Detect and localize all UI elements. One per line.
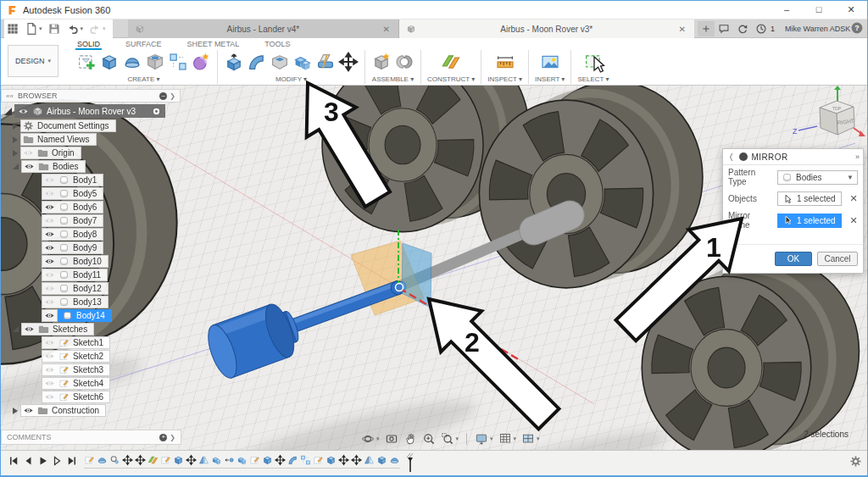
timeline-feature-combine-icon[interactable] <box>211 454 222 466</box>
maximize-button[interactable]: □ <box>803 1 835 19</box>
model-viewport[interactable]: TOP RIGHT Z «« BROWSER –❯ Airbus - Moon … <box>1 86 868 450</box>
item-chip[interactable]: Named Views <box>20 133 97 146</box>
eye-icon[interactable] <box>44 391 55 402</box>
move-icon[interactable] <box>338 52 359 72</box>
eye-icon[interactable] <box>23 405 34 416</box>
browser-item-body9[interactable]: Body9 <box>13 241 116 254</box>
item-chip[interactable]: Body10 <box>42 255 108 268</box>
group-label-select[interactable]: SELECT ▾ <box>577 75 609 83</box>
wheel-bottom-right[interactable] <box>642 258 859 450</box>
timeline-feature-move-icon[interactable] <box>338 454 349 466</box>
insert-image-icon[interactable] <box>540 52 560 72</box>
file-button[interactable]: ▾ <box>23 21 44 36</box>
origin-point[interactable] <box>396 284 403 291</box>
item-chip[interactable]: Sketches <box>21 323 94 336</box>
timeline-feature-extrude-icon[interactable] <box>173 454 184 466</box>
eye-icon[interactable] <box>44 188 55 199</box>
press-pull-icon[interactable] <box>224 52 244 72</box>
chevron-right-icon[interactable]: ❯ <box>170 92 175 100</box>
browser-item-body14[interactable]: Body14 <box>13 309 116 322</box>
item-chip[interactable]: Body13 <box>42 296 108 308</box>
save-button[interactable] <box>46 21 63 36</box>
rect-pattern-icon[interactable] <box>168 52 188 72</box>
tab-airbus-lander[interactable]: Airbus - Lander v4* ✕ <box>128 19 399 38</box>
step-forward-icon[interactable] <box>51 454 64 468</box>
eye-icon[interactable] <box>44 297 55 308</box>
close-button[interactable]: ✕ <box>835 1 867 19</box>
browser-item-bodies[interactable]: Bodies <box>13 160 116 173</box>
expand-triangle[interactable] <box>13 123 18 130</box>
new-component-icon[interactable] <box>371 52 392 72</box>
item-chip[interactable]: Body9 <box>42 241 103 254</box>
panel-options-icon[interactable]: + <box>159 434 167 441</box>
undo-button[interactable]: ▾ <box>64 21 86 36</box>
revolve-icon[interactable] <box>122 52 142 72</box>
browser-item-body6[interactable]: Body6 <box>13 201 116 214</box>
new-tab-button[interactable] <box>698 21 715 36</box>
chevron-down-icon[interactable]: ▾ <box>39 25 42 32</box>
construct-plane-icon[interactable] <box>441 52 461 72</box>
timeline-feature-mirror-icon[interactable] <box>364 454 375 466</box>
redo-button[interactable]: ▾ <box>86 21 108 36</box>
joint-icon[interactable] <box>394 52 415 72</box>
play-icon[interactable] <box>36 454 49 468</box>
ribbon-tab-surface[interactable]: SURFACE <box>124 39 164 50</box>
browser-item-body7[interactable]: Body7 <box>13 214 116 227</box>
chevron-right-icon[interactable]: ❯ <box>170 434 175 441</box>
extrude-icon[interactable] <box>99 52 120 72</box>
timeline-feature-extrude-icon[interactable] <box>262 454 273 466</box>
item-chip[interactable]: Body11 <box>42 269 108 281</box>
tab-airbus-moon-rover[interactable]: Airbus - Moon Rover v3* ✕ <box>399 19 694 38</box>
browser-panel-header[interactable]: «« BROWSER –❯ <box>1 89 181 103</box>
item-chip[interactable]: Body12 <box>42 282 108 295</box>
group-label-modify[interactable]: MODIFY ▾ <box>275 75 307 83</box>
item-chip[interactable]: Origin <box>20 147 81 159</box>
eye-icon[interactable] <box>44 283 55 294</box>
combine-icon[interactable] <box>292 52 313 72</box>
eye-icon[interactable] <box>44 215 55 226</box>
minimize-button[interactable]: – <box>771 1 803 19</box>
timeline-feature-move-icon[interactable] <box>351 454 362 466</box>
browser-item-body10[interactable]: Body10 <box>13 255 116 268</box>
workspace-selector[interactable]: DESIGN ▾ <box>8 45 58 77</box>
expand-triangle[interactable] <box>13 136 18 143</box>
eye-icon[interactable] <box>44 337 55 348</box>
item-chip[interactable]: Body7 <box>42 214 103 227</box>
expand-triangle[interactable] <box>13 408 18 414</box>
ribbon-tab-tools[interactable]: TOOLS <box>263 39 292 50</box>
item-chip[interactable]: Body1 <box>42 174 103 186</box>
clear-selection-icon[interactable]: ✕ <box>850 215 858 226</box>
timeline-feature-sketch-icon[interactable] <box>249 454 260 466</box>
create-form-icon[interactable] <box>191 52 211 72</box>
browser-root-row[interactable]: Airbus - Moon Rover v3 <box>4 104 165 118</box>
eye-chip[interactable] <box>42 309 58 322</box>
ribbon-tab-solid[interactable]: SOLID <box>75 39 102 50</box>
timeline-feature-offset-icon[interactable] <box>224 454 235 466</box>
group-label-assemble[interactable]: ASSEMBLE ▾ <box>372 75 414 83</box>
root-document-label[interactable]: Airbus - Moon Rover v3 <box>47 107 147 116</box>
eye-icon[interactable] <box>44 229 55 240</box>
item-chip[interactable]: Sketch4 <box>42 377 110 390</box>
zoom-button[interactable] <box>421 432 437 446</box>
item-chip[interactable]: Document Settings <box>20 119 116 132</box>
timeline-feature-extrude-icon[interactable] <box>376 454 387 466</box>
window-zoom-button[interactable]: ▾ <box>440 432 460 446</box>
comment-icon[interactable] <box>718 23 730 35</box>
browser-item-sketch1[interactable]: Sketch1 <box>13 336 116 349</box>
eye-icon[interactable] <box>44 242 55 253</box>
step-back-icon[interactable] <box>22 454 35 468</box>
ok-button[interactable]: OK <box>775 252 812 266</box>
item-chip[interactable]: Bodies <box>21 160 86 173</box>
browser-item-named-views[interactable]: Named Views <box>13 133 116 146</box>
browser-item-body11[interactable]: Body11 <box>13 269 116 281</box>
collapse-triangle[interactable] <box>4 108 12 115</box>
measure-icon[interactable] <box>495 52 515 72</box>
timeline-playhead[interactable] <box>406 452 415 473</box>
browser-item-sketch6[interactable]: Sketch6 <box>13 391 116 403</box>
browser-item-body8[interactable]: Body8 <box>13 228 116 241</box>
item-chip[interactable]: Body8 <box>42 228 103 241</box>
browser-item-sketch2[interactable]: Sketch2 <box>13 350 116 363</box>
eye-icon[interactable] <box>44 256 55 267</box>
timeline-feature-extrude-icon[interactable] <box>326 454 337 466</box>
browser-item-origin[interactable]: Origin <box>13 147 116 159</box>
